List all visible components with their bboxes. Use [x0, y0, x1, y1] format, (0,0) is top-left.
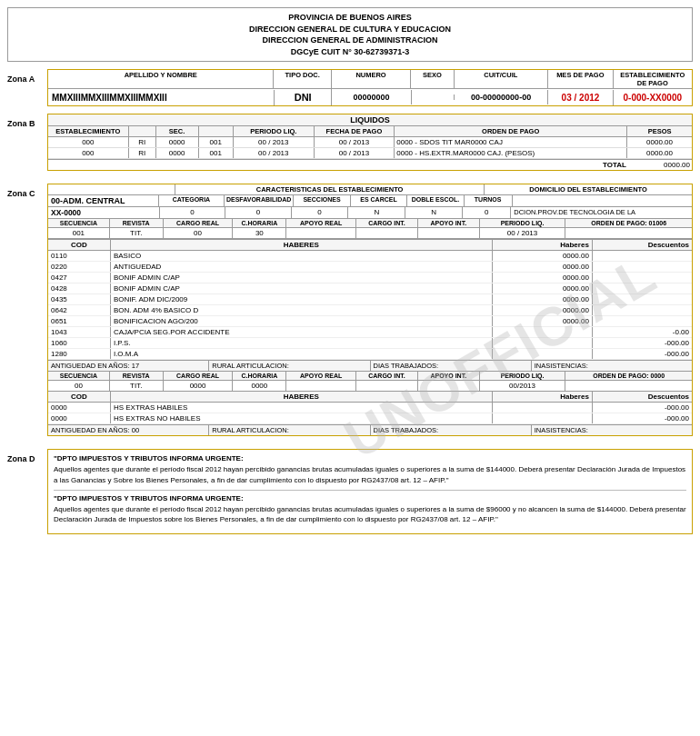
- escarcel-val: N: [348, 207, 405, 218]
- desc2-0000a: HS EXTRAS HABILES: [111, 403, 493, 413]
- chars-header: CARACTERISTICAS DEL ESTABLECIMIENTO: [175, 184, 485, 194]
- doble-val: N: [405, 207, 463, 218]
- haberes-rows-2: 0000 HS EXTRAS HABILES -000.00 0000 HS E…: [48, 403, 692, 424]
- inasist1-label: INASISTENCIAS:: [532, 361, 692, 371]
- data-tipo: DNI: [275, 89, 332, 105]
- zona-b-row-2: 000 RI 0000 001 00 / 2013 00 / 2013 0000…: [48, 148, 692, 159]
- hab-row-0428: 0428 BONIF ADMIN C/AP 0000.00: [48, 283, 692, 294]
- dias1-label: DIAS TRABAJADOS:: [371, 361, 532, 371]
- b-r2-estab: 000: [48, 148, 129, 158]
- hab-row-0427: 0427 BONIF ADMIN C/AP 0000.00: [48, 273, 692, 283]
- hab2-0000a: [493, 403, 593, 413]
- seq2-hdr-seq: SECUENCIA: [48, 372, 110, 380]
- seq-hdr-apoyoint: APOYO INT.: [418, 219, 480, 227]
- zona-c-label: Zona C: [7, 184, 47, 198]
- b-r1-num: 001: [199, 137, 234, 147]
- zona-b-row-1: 000 RI 0000 001 00 / 2013 00 / 2013 0000…: [48, 137, 692, 148]
- seq2-v-cargoint: [356, 381, 418, 391]
- header-line1: PROVINCIA DE BUENOS AIRES: [10, 12, 690, 24]
- desfav-hdr: DESFAVORABILIDAD: [225, 195, 294, 206]
- header-mes: MES DE PAGO: [548, 70, 613, 88]
- cod-1043: 1043: [48, 327, 111, 337]
- hab2-0000b: [493, 413, 593, 423]
- desc-1060: I.P.S.: [111, 338, 493, 348]
- cod-1060: 1060: [48, 338, 111, 348]
- bcol-fecha: FECHA DE PAGO: [315, 126, 395, 136]
- header-line4: DGCyE CUIT N° 30-62739371-3: [10, 46, 690, 58]
- des-1060: -000.00: [593, 338, 692, 348]
- seq2-header: SECUENCIA REVISTA CARGO REAL C.HORARIA A…: [48, 372, 692, 381]
- header-line2: DIRECCION GENERAL DE CULTURA Y EDUCACION: [10, 24, 690, 35]
- zona-d-label: Zona D: [7, 449, 47, 463]
- dom-header: DOMICILIO DEL ESTABLECIMIENTO: [485, 184, 692, 194]
- inasist2-label: INASISTENCIAS:: [532, 425, 692, 435]
- hab-0220: 0000.00: [493, 262, 593, 272]
- hab2-cod-hdr: COD: [48, 392, 111, 402]
- b-r1-orden: 0000 - SDOS TIT MAR0000 CAJ: [395, 137, 627, 147]
- seq-hdr-orden: ORDEN DE PAGO: 01006: [565, 219, 692, 227]
- hab-haberes-hdr: HABERES: [111, 240, 493, 250]
- antig1-label: ANTIGUEDAD EN AÑOS: 17: [48, 361, 209, 371]
- bcol-sec: SEC.: [156, 126, 199, 136]
- hab-1280: [493, 349, 593, 359]
- seq-hdr-seq: SECUENCIA: [48, 219, 110, 227]
- b-r2-num: 001: [199, 148, 234, 158]
- bcol-num: [199, 126, 234, 136]
- estab-vals: XX-0000 0 0 0 N N 0 DCION.PROV.DE TECNOL…: [48, 207, 692, 219]
- b-r2-pesos: 0000.00: [627, 148, 692, 158]
- seq2-hdr-cargoint: CARGO INT.: [356, 372, 418, 380]
- desc-0110: BASICO: [111, 251, 493, 261]
- cod2-0000b: 0000: [48, 413, 111, 423]
- seq2-v-cargo: 0000: [164, 381, 234, 391]
- antig1-row: ANTIGUEDAD EN AÑOS: 17 RURAL ARTICULACIO…: [48, 360, 692, 372]
- cod-0651: 0651: [48, 316, 111, 326]
- seq2-hdr-periodo: PERIODO LIQ.: [480, 372, 566, 380]
- desc-0642: BON. ADM 4% BASICO D: [111, 305, 493, 315]
- hab2-haberes-hdr: HABERES: [111, 392, 493, 402]
- b-r1-estab: 000: [48, 137, 129, 147]
- header-sexo: SEXO: [411, 70, 454, 88]
- b-r2-periodo: 00 / 2013: [234, 148, 315, 158]
- zona-b: LIQUIDOS ESTABLECIMIENTO SEC. PERIODO LI…: [47, 114, 693, 171]
- seq1-v-orden: [565, 228, 692, 238]
- total-row: TOTAL 0000.00: [48, 159, 692, 170]
- secc-hdr: SECCIONES: [294, 195, 350, 206]
- seq2-v-periodo: 00/2013: [480, 381, 566, 391]
- hab-row-1043: 1043 CAJA/PCIA SEG.POR ACCIDENTE -0.00: [48, 327, 692, 338]
- seq-hdr-apoyo: APOYO REAL: [286, 219, 356, 227]
- header-section: PROVINCIA DE BUENOS AIRES DIRECCION GENE…: [7, 7, 693, 62]
- header-numero: NUMERO: [332, 70, 411, 88]
- zona-d: "DPTO IMPUESTOS Y TRIBUTOS INFORMA URGEN…: [47, 449, 693, 534]
- zona-d-block2: "DPTO IMPUESTOS Y TRIBUTOS INFORMA URGEN…: [54, 493, 686, 525]
- rural1-label: RURAL ARTICULACION:: [209, 361, 370, 371]
- b-r1-fecha: 00 / 2013: [315, 137, 395, 147]
- seq2-v-apoyo: [286, 381, 356, 391]
- hab-0435: 0000.00: [493, 294, 593, 304]
- desc-0220: ANTIGUEDAD: [111, 262, 493, 272]
- hab-row-1060: 1060 I.P.S. -000.00: [48, 338, 692, 349]
- seq1-v-periodo: 00 / 2013: [480, 228, 566, 238]
- des-0428: [593, 283, 692, 293]
- header-tipo: TIPO DOC.: [274, 70, 331, 88]
- hab-row-1280: 1280 I.O.M.A -000.00: [48, 349, 692, 360]
- doble-hdr: DOBLE ESCOL.: [407, 195, 464, 206]
- liquidos-header: LIQUIDOS: [48, 114, 692, 126]
- dom-val: DCION.PROV.DE TECNOLOGIA DE LA: [511, 207, 692, 218]
- seq2-hdr-chor: C.HORARIA: [233, 372, 286, 380]
- des-0642: [593, 305, 692, 315]
- escarcel-hdr: ES CARCEL: [351, 195, 407, 206]
- hab2-row-0000a: 0000 HS EXTRAS HABILES -000.00: [48, 403, 692, 413]
- des2-0000b: -000.00: [593, 413, 692, 423]
- estab-info: 00-ADM. CENTRAL CATEGORIA DESFAVORABILID…: [48, 195, 692, 207]
- zona-d-block1: "DPTO IMPUESTOS Y TRIBUTOS INFORMA URGEN…: [54, 453, 686, 485]
- seq2-v-seq: 00: [48, 381, 110, 391]
- hab-0428: 0000.00: [493, 283, 593, 293]
- b-r2-ri: RI: [129, 148, 156, 158]
- data-sexo: [412, 94, 455, 100]
- desfav-val: 0: [225, 207, 291, 218]
- total-value: 0000.00: [635, 161, 690, 169]
- b-r2-orden: 0000 - HS.EXTR.MAR0000 CAJ. (PESOS): [395, 148, 627, 158]
- des-0651: [593, 316, 692, 326]
- hab-desc-col: Descuentos: [593, 240, 692, 250]
- seq-hdr-chor: C.HORARIA: [233, 219, 286, 227]
